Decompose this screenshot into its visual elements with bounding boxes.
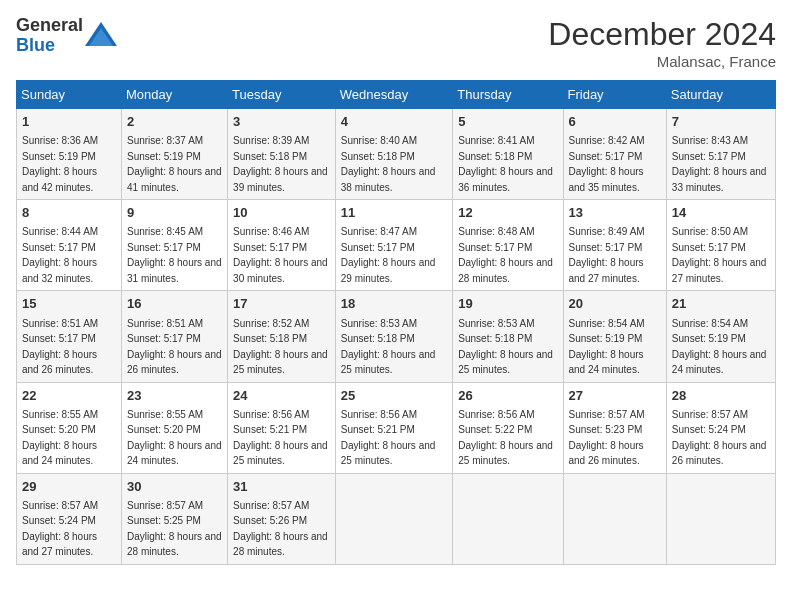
day-detail: Sunrise: 8:42 AMSunset: 5:17 PMDaylight:… (569, 135, 645, 193)
table-row: 8 Sunrise: 8:44 AMSunset: 5:17 PMDayligh… (17, 200, 122, 291)
day-detail: Sunrise: 8:40 AMSunset: 5:18 PMDaylight:… (341, 135, 436, 193)
day-number: 28 (672, 387, 770, 405)
table-row (335, 473, 453, 564)
day-detail: Sunrise: 8:46 AMSunset: 5:17 PMDaylight:… (233, 226, 328, 284)
table-row: 4 Sunrise: 8:40 AMSunset: 5:18 PMDayligh… (335, 109, 453, 200)
day-number: 21 (672, 295, 770, 313)
table-row: 29 Sunrise: 8:57 AMSunset: 5:24 PMDaylig… (17, 473, 122, 564)
day-number: 12 (458, 204, 557, 222)
day-detail: Sunrise: 8:50 AMSunset: 5:17 PMDaylight:… (672, 226, 767, 284)
day-number: 4 (341, 113, 448, 131)
table-row (563, 473, 666, 564)
col-monday: Monday (122, 81, 228, 109)
table-row: 2 Sunrise: 8:37 AMSunset: 5:19 PMDayligh… (122, 109, 228, 200)
day-number: 22 (22, 387, 116, 405)
table-row: 1 Sunrise: 8:36 AMSunset: 5:19 PMDayligh… (17, 109, 122, 200)
page-header: General Blue December 2024 Malansac, Fra… (16, 16, 776, 70)
table-row: 6 Sunrise: 8:42 AMSunset: 5:17 PMDayligh… (563, 109, 666, 200)
day-number: 15 (22, 295, 116, 313)
col-wednesday: Wednesday (335, 81, 453, 109)
day-detail: Sunrise: 8:41 AMSunset: 5:18 PMDaylight:… (458, 135, 553, 193)
day-detail: Sunrise: 8:57 AMSunset: 5:25 PMDaylight:… (127, 500, 222, 558)
table-row: 11 Sunrise: 8:47 AMSunset: 5:17 PMDaylig… (335, 200, 453, 291)
table-row: 23 Sunrise: 8:55 AMSunset: 5:20 PMDaylig… (122, 382, 228, 473)
table-row: 3 Sunrise: 8:39 AMSunset: 5:18 PMDayligh… (228, 109, 336, 200)
day-number: 1 (22, 113, 116, 131)
table-row (453, 473, 563, 564)
table-row: 28 Sunrise: 8:57 AMSunset: 5:24 PMDaylig… (666, 382, 775, 473)
col-tuesday: Tuesday (228, 81, 336, 109)
day-detail: Sunrise: 8:53 AMSunset: 5:18 PMDaylight:… (341, 318, 436, 376)
table-row: 24 Sunrise: 8:56 AMSunset: 5:21 PMDaylig… (228, 382, 336, 473)
day-number: 8 (22, 204, 116, 222)
day-number: 13 (569, 204, 661, 222)
table-row: 25 Sunrise: 8:56 AMSunset: 5:21 PMDaylig… (335, 382, 453, 473)
day-detail: Sunrise: 8:54 AMSunset: 5:19 PMDaylight:… (672, 318, 767, 376)
table-row: 31 Sunrise: 8:57 AMSunset: 5:26 PMDaylig… (228, 473, 336, 564)
day-detail: Sunrise: 8:37 AMSunset: 5:19 PMDaylight:… (127, 135, 222, 193)
table-row: 13 Sunrise: 8:49 AMSunset: 5:17 PMDaylig… (563, 200, 666, 291)
table-row: 10 Sunrise: 8:46 AMSunset: 5:17 PMDaylig… (228, 200, 336, 291)
day-detail: Sunrise: 8:47 AMSunset: 5:17 PMDaylight:… (341, 226, 436, 284)
day-number: 6 (569, 113, 661, 131)
day-number: 25 (341, 387, 448, 405)
table-row: 14 Sunrise: 8:50 AMSunset: 5:17 PMDaylig… (666, 200, 775, 291)
day-number: 11 (341, 204, 448, 222)
calendar-week-row: 22 Sunrise: 8:55 AMSunset: 5:20 PMDaylig… (17, 382, 776, 473)
day-number: 17 (233, 295, 330, 313)
table-row: 20 Sunrise: 8:54 AMSunset: 5:19 PMDaylig… (563, 291, 666, 382)
day-detail: Sunrise: 8:55 AMSunset: 5:20 PMDaylight:… (127, 409, 222, 467)
day-detail: Sunrise: 8:39 AMSunset: 5:18 PMDaylight:… (233, 135, 328, 193)
day-detail: Sunrise: 8:54 AMSunset: 5:19 PMDaylight:… (569, 318, 645, 376)
day-detail: Sunrise: 8:57 AMSunset: 5:24 PMDaylight:… (672, 409, 767, 467)
month-title: December 2024 (548, 16, 776, 53)
day-detail: Sunrise: 8:36 AMSunset: 5:19 PMDaylight:… (22, 135, 98, 193)
day-number: 16 (127, 295, 222, 313)
day-number: 14 (672, 204, 770, 222)
table-row: 12 Sunrise: 8:48 AMSunset: 5:17 PMDaylig… (453, 200, 563, 291)
col-sunday: Sunday (17, 81, 122, 109)
day-detail: Sunrise: 8:53 AMSunset: 5:18 PMDaylight:… (458, 318, 553, 376)
table-row: 16 Sunrise: 8:51 AMSunset: 5:17 PMDaylig… (122, 291, 228, 382)
day-detail: Sunrise: 8:57 AMSunset: 5:24 PMDaylight:… (22, 500, 98, 558)
table-row (666, 473, 775, 564)
day-detail: Sunrise: 8:45 AMSunset: 5:17 PMDaylight:… (127, 226, 222, 284)
col-thursday: Thursday (453, 81, 563, 109)
day-number: 27 (569, 387, 661, 405)
day-number: 31 (233, 478, 330, 496)
location: Malansac, France (548, 53, 776, 70)
day-number: 3 (233, 113, 330, 131)
day-number: 26 (458, 387, 557, 405)
day-number: 18 (341, 295, 448, 313)
day-detail: Sunrise: 8:56 AMSunset: 5:22 PMDaylight:… (458, 409, 553, 467)
day-detail: Sunrise: 8:56 AMSunset: 5:21 PMDaylight:… (233, 409, 328, 467)
day-number: 2 (127, 113, 222, 131)
day-number: 5 (458, 113, 557, 131)
day-detail: Sunrise: 8:52 AMSunset: 5:18 PMDaylight:… (233, 318, 328, 376)
table-row: 15 Sunrise: 8:51 AMSunset: 5:17 PMDaylig… (17, 291, 122, 382)
day-detail: Sunrise: 8:43 AMSunset: 5:17 PMDaylight:… (672, 135, 767, 193)
day-number: 30 (127, 478, 222, 496)
calendar-week-row: 15 Sunrise: 8:51 AMSunset: 5:17 PMDaylig… (17, 291, 776, 382)
calendar-week-row: 1 Sunrise: 8:36 AMSunset: 5:19 PMDayligh… (17, 109, 776, 200)
day-detail: Sunrise: 8:57 AMSunset: 5:26 PMDaylight:… (233, 500, 328, 558)
day-number: 10 (233, 204, 330, 222)
day-number: 29 (22, 478, 116, 496)
day-detail: Sunrise: 8:57 AMSunset: 5:23 PMDaylight:… (569, 409, 645, 467)
table-row: 30 Sunrise: 8:57 AMSunset: 5:25 PMDaylig… (122, 473, 228, 564)
day-detail: Sunrise: 8:51 AMSunset: 5:17 PMDaylight:… (22, 318, 98, 376)
table-row: 27 Sunrise: 8:57 AMSunset: 5:23 PMDaylig… (563, 382, 666, 473)
table-row: 22 Sunrise: 8:55 AMSunset: 5:20 PMDaylig… (17, 382, 122, 473)
table-row: 21 Sunrise: 8:54 AMSunset: 5:19 PMDaylig… (666, 291, 775, 382)
day-number: 9 (127, 204, 222, 222)
day-number: 23 (127, 387, 222, 405)
calendar-header-row: Sunday Monday Tuesday Wednesday Thursday… (17, 81, 776, 109)
logo-icon (83, 18, 119, 54)
table-row: 26 Sunrise: 8:56 AMSunset: 5:22 PMDaylig… (453, 382, 563, 473)
day-number: 20 (569, 295, 661, 313)
logo-general: General (16, 16, 83, 36)
day-detail: Sunrise: 8:44 AMSunset: 5:17 PMDaylight:… (22, 226, 98, 284)
col-saturday: Saturday (666, 81, 775, 109)
day-number: 24 (233, 387, 330, 405)
table-row: 9 Sunrise: 8:45 AMSunset: 5:17 PMDayligh… (122, 200, 228, 291)
